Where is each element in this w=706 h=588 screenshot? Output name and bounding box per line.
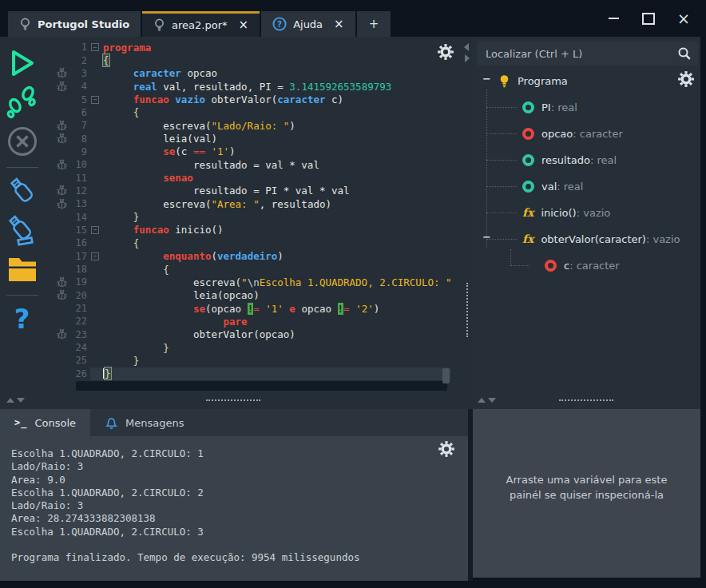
line-number: 8 — [68, 133, 89, 145]
editor-line: 5 funcao vazio obterValor(caracter c) — [44, 93, 462, 105]
editor-line: 20 leia(opcao) — [44, 289, 462, 302]
lightbulb-icon — [498, 74, 510, 88]
console-tab-console[interactable]: >_Console — [0, 409, 90, 436]
editor-vertical-scrollbar[interactable] — [442, 368, 450, 383]
breakpoint-bug-icon[interactable] — [44, 81, 68, 93]
splitter-grip[interactable] — [559, 399, 613, 401]
tree-item-resultado[interactable]: resultado : real — [522, 151, 617, 169]
line-number: 5 — [68, 94, 89, 105]
tree-item-val[interactable]: val : real — [522, 177, 583, 195]
splitter-grip[interactable] — [466, 283, 468, 337]
breakpoint-bug-icon[interactable] — [44, 67, 68, 79]
splitter-grip[interactable] — [206, 399, 260, 401]
fold-collapse-icon[interactable] — [91, 226, 99, 234]
line-number: 2 — [68, 55, 89, 66]
editor-line: 24 } — [44, 341, 462, 354]
code-text: escreva("Lado/Raio: ") — [100, 120, 295, 132]
code-text: se(opcao != '1' e opcao != '2') — [100, 303, 379, 315]
examples-button[interactable] — [3, 251, 42, 288]
debug-button[interactable] — [3, 84, 42, 121]
tree-item-programa[interactable]: −Programa — [498, 72, 568, 89]
tree-item-opcao[interactable]: opcao : caracter — [522, 125, 623, 142]
console-tab-mensagens[interactable]: Mensagens — [90, 409, 198, 436]
breakpoint-bug-icon[interactable] — [44, 198, 68, 210]
console-tab-label: Mensagens — [125, 417, 184, 429]
editor-settings-gear-icon[interactable] — [437, 43, 454, 61]
editor-panel-splitter[interactable] — [462, 37, 473, 409]
fold-collapse-icon[interactable] — [91, 252, 99, 260]
breakpoint-bug-icon[interactable] — [44, 133, 68, 145]
code-editor[interactable]: 1programa2{3 caracter opcao4 real val, r… — [44, 37, 462, 391]
breakpoint-bug-icon[interactable] — [44, 276, 68, 288]
tab-close-icon[interactable]: × — [239, 19, 249, 31]
breakpoint-bug-icon[interactable] — [44, 120, 68, 132]
expand-up-icon[interactable] — [6, 398, 14, 403]
maximize-button[interactable] — [637, 7, 660, 30]
tree-item-c[interactable]: c : caracter — [545, 256, 620, 274]
tab-bar: Portugol Studioarea2.por*×?Ajuda×+ — [8, 11, 391, 37]
tab-ajuda[interactable]: ?Ajuda× — [261, 11, 355, 37]
code-text: obterValor(opcao) — [100, 328, 295, 340]
tree-item-type: : real — [557, 181, 583, 193]
stop-button[interactable] — [3, 123, 42, 160]
tab-portugol-studio[interactable]: Portugol Studio — [8, 11, 141, 37]
tree-item-label: opcao — [541, 128, 573, 140]
variable-icon — [522, 181, 534, 193]
toolbar-divider — [6, 167, 38, 168]
search-icon[interactable] — [677, 46, 692, 61]
tree-item-type: : vazio — [646, 233, 680, 245]
tree-item-obtervalor-caracter-[interactable]: −fxobterValor(caracter) : vazio — [522, 230, 680, 248]
tree-item-type: : vazio — [577, 207, 611, 219]
breakpoint-bug-icon[interactable] — [44, 289, 68, 301]
line-number: 20 — [68, 290, 89, 301]
function-fx-icon: fx — [522, 206, 533, 219]
breakpoint-bug-icon[interactable] — [44, 159, 68, 171]
collapse-left-icon[interactable] — [464, 43, 469, 51]
breakpoint-bug-icon[interactable] — [44, 185, 68, 197]
editor-line: 13 escreva("Area: ", resultado) — [44, 197, 462, 210]
tab-close-icon[interactable]: × — [334, 18, 344, 30]
editor-line: 15 funcao inicio() — [44, 224, 462, 236]
collapse-toggle-icon[interactable]: − — [482, 73, 491, 85]
editor-line: 26} — [44, 368, 462, 380]
tree-settings-gear-icon[interactable] — [677, 70, 695, 88]
search-input[interactable] — [478, 48, 677, 60]
tab-area2-por-[interactable]: area2.por*× — [142, 11, 260, 37]
console-settings-gear-icon[interactable] — [438, 440, 455, 458]
code-text: leia(opcao) — [100, 289, 260, 301]
close-button[interactable]: × — [672, 7, 695, 30]
program-structure-panel: −ProgramaPI : realopcao : caracterresult… — [473, 37, 700, 409]
editor-line: 18 { — [44, 263, 462, 276]
code-text: escreva("\nEscolha 1.QUADRADO, 2.CIRCULO… — [100, 276, 452, 288]
expand-right-icon[interactable] — [465, 54, 470, 62]
fold-collapse-icon[interactable] — [91, 43, 99, 51]
minimize-button[interactable] — [602, 7, 625, 30]
tree-item-pi[interactable]: PI : real — [522, 98, 577, 116]
play-icon — [8, 48, 37, 78]
editor-horizontal-scrollbar[interactable] — [76, 381, 447, 391]
editor-line: 10 resultado = val * val — [44, 158, 462, 171]
editor-line: 19 escreva("\nEscolha 1.QUADRADO, 2.CIRC… — [44, 276, 462, 288]
expand-up-icon[interactable] — [478, 398, 486, 403]
run-button[interactable] — [3, 45, 42, 81]
breakpoint-bug-icon[interactable] — [44, 328, 68, 340]
open-usb-button[interactable] — [3, 173, 42, 209]
collapse-down-icon[interactable] — [17, 398, 25, 403]
code-text: funcao vazio obterValor(caracter c) — [100, 93, 343, 105]
code-text: programa — [100, 42, 151, 54]
tab--[interactable]: + — [357, 11, 391, 37]
fold-collapse-icon[interactable] — [91, 96, 99, 104]
console-output-area[interactable]: Escolha 1.QUADRADO, 2.CIRCULO: 1 Lado/Ra… — [0, 436, 468, 582]
tree-item-label: resultado — [541, 154, 590, 166]
editor-line: 7 escreva("Lado/Raio: ") — [44, 119, 462, 132]
save-usb-button[interactable] — [3, 212, 42, 248]
collapse-toggle-icon[interactable]: − — [482, 231, 491, 243]
line-number: 11 — [68, 173, 89, 184]
help-button[interactable]: ? — [3, 300, 42, 337]
console-splitter[interactable] — [0, 391, 706, 409]
variable-icon — [522, 101, 534, 113]
tree-item-inicio-[interactable]: fxinicio() : vazio — [522, 204, 610, 221]
collapse-down-icon[interactable] — [488, 398, 496, 403]
editor-line: 2{ — [44, 54, 462, 66]
variable-inspector-panel[interactable]: Arraste uma variável para este painél se… — [473, 409, 700, 578]
